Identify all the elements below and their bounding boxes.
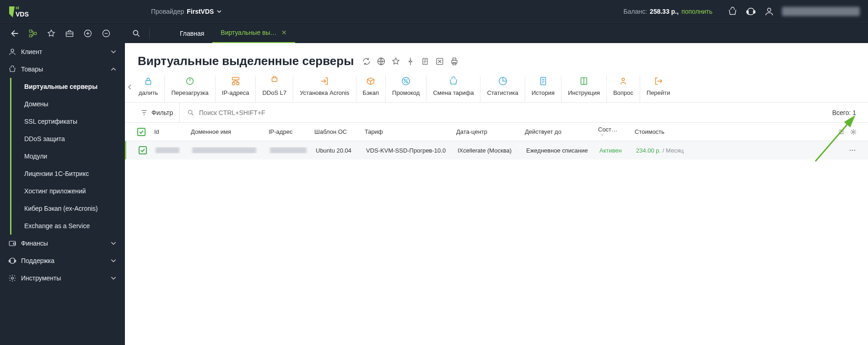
page-title: Виртуальные выделенные серверы <box>138 54 354 68</box>
svg-rect-7 <box>30 34 32 37</box>
sidebar-item-ddos[interactable]: DDoS защита <box>11 130 125 148</box>
toolbar-delete-button[interactable]: далить <box>132 76 165 102</box>
cell-until: Ежедневное списание <box>523 147 596 154</box>
row-checkbox[interactable] <box>139 146 147 154</box>
sidebar-section-support[interactable]: Поддержка <box>0 252 125 269</box>
sidebar-item-modules[interactable]: Модули <box>11 148 125 165</box>
sidebar-item-domains[interactable]: Домены <box>11 95 125 113</box>
search-input[interactable] <box>199 109 822 116</box>
col-ip[interactable]: IP-адрес <box>265 128 311 135</box>
print-icon[interactable] <box>450 57 459 66</box>
sidebar-item-bitrix[interactable]: Лицензии 1С-Битрикс <box>11 165 125 182</box>
clipboard-icon[interactable] <box>421 57 430 66</box>
balance-group: Баланс: 258.33 р., пополнить <box>624 8 712 15</box>
export-icon[interactable] <box>435 57 444 66</box>
toolbar-label: Перейти <box>647 89 670 96</box>
toolbar-go-button[interactable]: Перейти <box>640 76 677 102</box>
sidebar: Клиент Товары Виртуальные серверы Домены… <box>0 43 125 345</box>
toolbar-backup-button[interactable]: Бэкап <box>356 76 386 102</box>
person-icon <box>618 76 629 87</box>
close-icon[interactable]: ✕ <box>281 29 287 36</box>
tree-icon[interactable] <box>27 27 39 40</box>
tab-main[interactable]: Главная <box>172 23 212 44</box>
toolbar-reboot-button[interactable]: Перезагрузка <box>165 76 215 102</box>
cart-icon[interactable] <box>723 2 742 21</box>
col-os[interactable]: Шаблон ОС <box>311 128 361 135</box>
lock-icon <box>143 76 154 87</box>
filter-label: Фильтр <box>151 109 173 116</box>
gear-icon[interactable] <box>850 128 857 136</box>
toolbar-ddos-button[interactable]: DDoS L7 <box>256 76 293 102</box>
pin-icon[interactable] <box>406 57 415 66</box>
toolbar-tariff-button[interactable]: Смена тарифа <box>426 76 480 102</box>
logo[interactable]: st VDS <box>8 5 34 18</box>
star-icon[interactable] <box>391 57 400 66</box>
sidebar-section-finance[interactable]: Финансы <box>0 235 125 252</box>
login-icon <box>319 76 330 87</box>
table-row[interactable]: Ubuntu 20.04 VDS-KVM-SSD-Прогрев-10.0 IX… <box>125 141 868 159</box>
sidebar-item-ssl[interactable]: SSL сертификаты <box>11 113 125 130</box>
toolbar-label: Смена тарифа <box>433 89 474 96</box>
col-domain[interactable]: Доменное имя <box>187 128 265 135</box>
chevron-down-icon <box>110 257 117 264</box>
globe-icon[interactable] <box>377 57 386 66</box>
filter-button[interactable]: Фильтр <box>134 103 180 123</box>
toolbar-label: Бэкап <box>363 89 379 96</box>
minus-circle-icon[interactable] <box>100 27 113 40</box>
col-cost[interactable]: Стоимость <box>631 128 700 135</box>
balance-topup-link[interactable]: пополнить <box>681 8 712 15</box>
back-button[interactable] <box>8 27 21 40</box>
col-state[interactable]: Сост… <box>594 126 631 137</box>
toolbar-manual-button[interactable]: Инструкция <box>561 76 607 102</box>
svg-point-34 <box>407 82 408 83</box>
svg-rect-23 <box>452 60 458 63</box>
svg-point-5 <box>767 8 771 11</box>
more-icon[interactable] <box>848 146 857 155</box>
refresh-icon[interactable] <box>362 57 371 66</box>
toolbar-stats-button[interactable]: Статистика <box>480 76 525 102</box>
sidebar-item-cyber[interactable]: Кибер Бэкап (ex-Acronis) <box>11 200 125 217</box>
toolbar-acronis-button[interactable]: Установка Acronis <box>293 76 356 102</box>
provider-label: Провайдер <box>151 8 184 15</box>
svg-point-40 <box>852 131 854 133</box>
toolbar-ips-button[interactable]: IP-адреса <box>216 76 256 102</box>
sidebar-item-vds[interactable]: Виртуальные серверы <box>11 78 125 95</box>
col-id[interactable]: Id <box>151 128 187 135</box>
col-dc[interactable]: Дата-центр <box>453 128 521 135</box>
star-icon[interactable] <box>45 27 58 40</box>
basket-icon <box>8 65 16 73</box>
toolbar-label: далить <box>139 89 158 96</box>
search-icon[interactable] <box>130 27 143 40</box>
columns-icon[interactable] <box>838 128 845 136</box>
toolbar-label: Вопрос <box>613 89 633 96</box>
cell-os: Ubuntu 20.04 <box>312 147 362 154</box>
sidebar-item-apphost[interactable]: Хостинг приложений <box>11 182 125 200</box>
tab-virtual-servers[interactable]: Виртуальные вы… ✕ <box>212 23 295 44</box>
sidebar-item-label: Хостинг приложений <box>24 187 86 195</box>
plus-circle-icon[interactable] <box>81 27 94 40</box>
provider-selector[interactable]: Провайдер FirstVDS <box>151 8 222 15</box>
col-until[interactable]: Действует до <box>521 128 594 135</box>
support-icon[interactable] <box>742 2 760 21</box>
toolbar-label: DDoS L7 <box>262 89 286 96</box>
col-tariff[interactable]: Тариф <box>361 128 453 135</box>
action-toolbar: далитьПерезагрузкаIP-адресаDDoS L7Устано… <box>125 74 868 103</box>
cell-cost: 234.00 р. / Месяц <box>632 147 701 154</box>
chevron-down-icon <box>216 9 222 14</box>
toolbar-promo-button[interactable]: Промокод <box>386 76 426 102</box>
select-all-checkbox[interactable] <box>137 128 146 136</box>
sidebar-section-client[interactable]: Клиент <box>0 43 125 60</box>
topbar: st VDS Провайдер FirstVDS Баланс: 258.33… <box>0 0 868 23</box>
sidebar-section-tools[interactable]: Инструменты <box>0 269 125 287</box>
toolbar-label: Перезагрузка <box>171 89 208 96</box>
toolbar-scroll-left[interactable] <box>125 74 135 100</box>
svg-rect-4 <box>754 11 755 13</box>
toolbar-question-button[interactable]: Вопрос <box>607 76 640 102</box>
toolbar-history-button[interactable]: История <box>525 76 561 102</box>
percent-icon <box>400 76 411 87</box>
sidebar-section-products[interactable]: Товары <box>0 60 125 78</box>
briefcase-icon[interactable] <box>63 27 76 40</box>
chevron-up-icon <box>110 66 117 72</box>
user-icon[interactable] <box>760 2 778 21</box>
sidebar-item-exchange[interactable]: Exchange as a Service <box>11 217 125 235</box>
